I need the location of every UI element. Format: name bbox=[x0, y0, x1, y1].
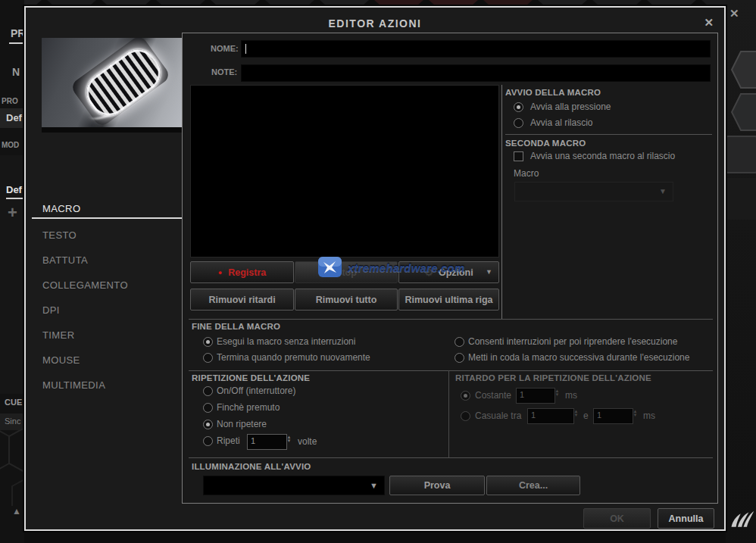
second-macro-checkbox-label[interactable]: Avvia una seconda macro al rilascio bbox=[530, 151, 675, 161]
radio-onoff[interactable] bbox=[203, 386, 213, 396]
random-delay-and-label: e bbox=[583, 410, 589, 421]
gear-icon: ⚙ bbox=[424, 267, 433, 278]
sidebar-item-macro[interactable]: MACRO bbox=[42, 203, 80, 214]
radio-start-on-press-label[interactable]: Avvia alla pressione bbox=[530, 101, 611, 112]
radio-start-on-press[interactable] bbox=[514, 102, 523, 112]
random-delay-to-stepper: ▲ ▼ bbox=[632, 410, 639, 417]
sidebar-item-collegamento[interactable]: COLLEGAMENTO bbox=[42, 279, 128, 291]
remove-all-button[interactable]: Rimuovi tutto bbox=[295, 289, 398, 311]
macro-event-list[interactable] bbox=[190, 85, 499, 257]
divider bbox=[189, 457, 713, 458]
record-button[interactable]: ● Registra bbox=[190, 261, 294, 283]
mode-value-fragment[interactable]: Def bbox=[6, 184, 24, 195]
macro-end-title: FINE DELLA MACRO bbox=[192, 322, 280, 331]
sidebar-item-battuta[interactable]: BATTUTA bbox=[42, 254, 88, 266]
divider bbox=[501, 85, 502, 319]
profile-value-fragment: Def bbox=[6, 112, 24, 123]
radio-random-delay-label: Casuale tra bbox=[475, 410, 521, 421]
repeat-delay-title: RITARDO PER LA RIPETIZIONE DELL'AZIONE bbox=[455, 373, 651, 382]
text-caret bbox=[245, 44, 246, 54]
radio-repeat-times[interactable] bbox=[203, 436, 213, 446]
notes-input[interactable] bbox=[241, 64, 711, 82]
add-mode-button-fragment[interactable]: + bbox=[8, 203, 24, 223]
second-macro-checkbox[interactable] bbox=[514, 151, 523, 161]
repeat-count-input[interactable]: 1 bbox=[247, 434, 287, 450]
radio-constant-delay bbox=[461, 391, 470, 401]
radio-start-on-release-label[interactable]: Avvia al rilascio bbox=[530, 117, 592, 128]
lighting-title: ILLUMINAZIONE ALL'AVVIO bbox=[192, 462, 311, 471]
screen: PR N PRO Def MOD Def + CUE Sinc ▲ ✕ EDIT… bbox=[0, 0, 756, 543]
random-delay-to-input: 1 bbox=[593, 408, 633, 424]
radio-queue-next[interactable] bbox=[455, 353, 464, 363]
corsair-logo-icon bbox=[730, 507, 754, 530]
tab-profili-fragment[interactable]: PR bbox=[11, 27, 24, 39]
stepper-down-icon: ▼ bbox=[574, 413, 579, 417]
random-delay-unit: ms bbox=[643, 410, 655, 421]
radio-end-on-repress-label[interactable]: Termina quando premuto nuovamente bbox=[217, 352, 370, 363]
chevron-down-icon: ▼ bbox=[486, 268, 492, 276]
stepper-down-icon[interactable]: ▼ bbox=[287, 439, 292, 443]
radio-repeat-times-label[interactable]: Ripeti bbox=[217, 435, 240, 446]
cancel-button[interactable]: Annulla bbox=[658, 508, 714, 529]
radio-allow-interrupt-label[interactable]: Consenti interruzioni per poi riprendere… bbox=[468, 336, 677, 347]
radio-onoff-label[interactable]: On/Off (interruttore) bbox=[217, 385, 295, 396]
random-delay-from-stepper: ▲ ▼ bbox=[573, 410, 579, 417]
app-close-icon[interactable]: ✕ bbox=[729, 7, 743, 20]
constant-delay-input: 1 bbox=[516, 388, 555, 404]
macro-editor-dialog: EDITOR AZIONI ✕ MACRO TESTO BATTUTA COLL… bbox=[24, 6, 726, 531]
nav-fragment-n[interactable]: N bbox=[12, 66, 24, 78]
radio-start-on-release[interactable] bbox=[514, 118, 523, 128]
sidebar-active-underline bbox=[32, 217, 182, 219]
macro-start-title: AVVIO DELLA MACRO bbox=[505, 88, 601, 97]
options-button-label: Opzioni bbox=[439, 267, 473, 278]
radio-no-repeat-label[interactable]: Non ripetere bbox=[217, 419, 267, 429]
stop-button: Stop bbox=[295, 261, 398, 283]
hex-pattern-top bbox=[0, 0, 756, 6]
mod-label-fragment: MOD bbox=[2, 141, 24, 149]
sidebar-item-testo[interactable]: TESTO bbox=[42, 229, 77, 241]
test-lighting-button[interactable]: Prova bbox=[389, 476, 485, 495]
scroll-up-arrow[interactable]: ▲ bbox=[12, 506, 24, 516]
radio-while-pressed[interactable] bbox=[203, 403, 213, 413]
remove-delays-button[interactable]: Rimuovi ritardi bbox=[190, 289, 294, 311]
sidebar-item-multimedia[interactable]: MULTIMEDIA bbox=[42, 379, 105, 391]
editor-panel: NOME: NOTE: AVVIO DELLA MACRO Avvia alla… bbox=[182, 33, 718, 504]
second-macro-title: SECONDA MACRO bbox=[505, 139, 586, 148]
repeat-count-stepper[interactable]: ▲ ▼ bbox=[286, 435, 292, 443]
lighting-dropdown[interactable]: ▼ bbox=[203, 476, 385, 495]
ok-button: OK bbox=[583, 508, 651, 529]
radio-constant-delay-label: Costante bbox=[475, 390, 511, 401]
pro-label-fragment: PRO bbox=[2, 97, 24, 105]
constant-delay-stepper: ▲ ▼ bbox=[554, 389, 561, 397]
repeat-suffix-label: volte bbox=[298, 436, 317, 447]
divider bbox=[448, 370, 449, 457]
product-photo bbox=[42, 38, 183, 133]
radio-random-delay bbox=[461, 411, 470, 421]
radio-run-uninterrupted[interactable] bbox=[203, 337, 213, 347]
radio-queue-next-label[interactable]: Metti in coda la macro successiva durant… bbox=[468, 352, 689, 363]
stepper-down-icon: ▼ bbox=[633, 413, 638, 417]
sidebar-item-dpi[interactable]: DPI bbox=[42, 304, 60, 316]
notes-label: NOTE: bbox=[211, 67, 237, 76]
stop-button-label: Stop bbox=[336, 267, 357, 278]
divider bbox=[189, 319, 713, 320]
radio-end-on-repress[interactable] bbox=[203, 353, 213, 363]
hex-pattern-bottom-left bbox=[0, 423, 26, 506]
dialog-close-icon[interactable]: ✕ bbox=[704, 16, 714, 30]
radio-while-pressed-label[interactable]: Finchè premuto bbox=[217, 402, 280, 413]
second-macro-label: Macro bbox=[514, 168, 539, 179]
remove-last-row-button[interactable]: Rimuovi ultima riga bbox=[398, 289, 499, 311]
cue-label-fragment: CUE bbox=[5, 398, 24, 407]
divider bbox=[505, 134, 712, 135]
radio-allow-interrupt[interactable] bbox=[455, 337, 464, 347]
options-button[interactable]: ⚙ Opzioni ▼ bbox=[398, 261, 499, 283]
tab-underline bbox=[9, 42, 24, 44]
second-macro-dropdown[interactable]: ▼ bbox=[514, 182, 673, 201]
name-input[interactable] bbox=[241, 40, 711, 58]
hex-pattern-right bbox=[726, 30, 756, 220]
create-lighting-button[interactable]: Crea... bbox=[486, 476, 580, 495]
radio-no-repeat[interactable] bbox=[203, 420, 213, 429]
sidebar-item-timer[interactable]: TIMER bbox=[42, 329, 74, 341]
radio-run-uninterrupted-label[interactable]: Esegui la macro senza interruzioni bbox=[217, 336, 355, 347]
sidebar-item-mouse[interactable]: MOUSE bbox=[42, 354, 80, 366]
